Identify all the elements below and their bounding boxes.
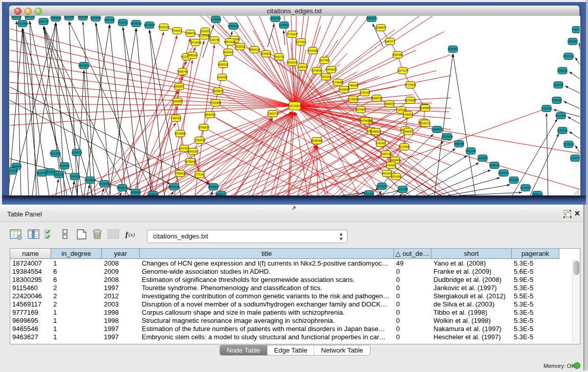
- svg-text:3685160: 3685160: [187, 54, 198, 57]
- svg-text:71756551: 71756551: [347, 98, 359, 101]
- svg-text:1399049: 1399049: [348, 84, 358, 87]
- svg-text:2328120: 2328120: [297, 65, 308, 69]
- svg-text:82175946: 82175946: [399, 145, 410, 148]
- svg-text:9636057: 9636057: [384, 102, 395, 105]
- svg-text:64139537: 64139537: [144, 24, 156, 27]
- svg-text:6193990: 6193990: [477, 157, 488, 160]
- svg-text:94406409: 94406409: [389, 159, 401, 162]
- svg-text:3285884: 3285884: [420, 106, 430, 110]
- svg-text:61595148: 61595148: [147, 193, 159, 195]
- svg-text:0330923: 0330923: [200, 30, 210, 33]
- svg-text:77752047: 77752047: [287, 33, 298, 36]
- svg-text:60385977: 60385977: [375, 26, 387, 29]
- svg-text:65648236: 65648236: [168, 185, 180, 188]
- svg-text:9912419: 9912419: [223, 51, 233, 54]
- svg-text:4745171: 4745171: [420, 122, 430, 125]
- svg-text:96532871: 96532871: [78, 64, 90, 67]
- svg-text:2421024: 2421024: [321, 75, 331, 78]
- svg-text:73178108: 73178108: [563, 143, 575, 146]
- svg-text:51462704: 51462704: [270, 17, 281, 20]
- svg-text:79740344: 79740344: [311, 69, 323, 72]
- svg-text:71746488: 71746488: [332, 81, 344, 84]
- svg-text:7770143: 7770143: [194, 173, 205, 176]
- svg-text:5098393: 5098393: [557, 69, 568, 72]
- svg-text:4060883: 4060883: [130, 191, 141, 194]
- svg-text:1031051: 1031051: [553, 83, 563, 86]
- svg-text:1969379: 1969379: [403, 130, 413, 133]
- svg-text:8708317: 8708317: [172, 29, 182, 32]
- svg-text:9413186: 9413186: [308, 49, 318, 52]
- svg-text:76945314: 76945314: [204, 113, 216, 116]
- svg-text:6690967: 6690967: [174, 85, 184, 88]
- svg-text:34624751: 34624751: [498, 171, 510, 174]
- svg-text:76320163: 76320163: [158, 26, 170, 29]
- svg-text:5430391: 5430391: [448, 48, 458, 51]
- svg-text:0812191: 0812191: [466, 149, 476, 152]
- svg-text:65787133: 65787133: [563, 55, 575, 58]
- svg-text:4192832: 4192832: [118, 21, 128, 24]
- svg-text:1938454: 1938454: [312, 139, 322, 142]
- svg-text:3387262: 3387262: [557, 129, 568, 132]
- svg-text:55886753: 55886753: [371, 97, 383, 100]
- svg-text:9600133: 9600133: [25, 16, 35, 18]
- svg-text:1326773: 1326773: [570, 157, 580, 160]
- svg-text:1671902: 1671902: [296, 40, 306, 43]
- svg-text:13171274: 13171274: [397, 69, 409, 72]
- svg-text:0842710: 0842710: [274, 55, 284, 58]
- svg-text:74367136: 74367136: [380, 152, 392, 156]
- svg-text:62386922: 62386922: [370, 130, 382, 133]
- svg-text:(x): (x): [128, 231, 135, 238]
- svg-text:1491905: 1491905: [217, 76, 227, 79]
- svg-text:53755646: 53755646: [185, 160, 197, 163]
- svg-text:2260256: 2260256: [54, 173, 64, 176]
- svg-text:85574443: 85574443: [224, 40, 236, 43]
- svg-text:6998543: 6998543: [489, 164, 499, 167]
- svg-text:5674680: 5674680: [356, 108, 366, 111]
- svg-text:9743953: 9743953: [386, 164, 396, 167]
- svg-text:3518233: 3518233: [235, 45, 245, 48]
- svg-text:86578091: 86578091: [359, 119, 371, 122]
- svg-text:7543303: 7543303: [70, 175, 80, 178]
- svg-text:55698169: 55698169: [117, 186, 128, 189]
- svg-text:34714345: 34714345: [190, 41, 202, 44]
- svg-text:1745961: 1745961: [403, 113, 413, 116]
- svg-text:8386379: 8386379: [38, 20, 49, 23]
- svg-text:0433218: 0433218: [11, 16, 21, 18]
- svg-text:9521456: 9521456: [391, 175, 401, 178]
- svg-text:01429401: 01429401: [99, 182, 111, 185]
- svg-text:3158692: 3158692: [59, 164, 70, 167]
- svg-text:8148932: 8148932: [279, 24, 289, 27]
- svg-text:02606474: 02606474: [431, 128, 443, 131]
- svg-text:7193745: 7193745: [209, 38, 220, 41]
- svg-text:97848018: 97848018: [228, 25, 239, 28]
- svg-text:18724007: 18724007: [289, 104, 301, 107]
- svg-text:2300273: 2300273: [268, 112, 278, 115]
- svg-text:7816184: 7816184: [78, 16, 88, 18]
- svg-text:02654235: 02654235: [50, 16, 62, 19]
- svg-text:2787429: 2787429: [360, 91, 370, 94]
- svg-text:6475255: 6475255: [104, 18, 115, 21]
- svg-text:8677496: 8677496: [319, 59, 330, 62]
- svg-text:9421047: 9421047: [382, 172, 392, 175]
- svg-text:36995777: 36995777: [215, 193, 227, 195]
- svg-text:67010651: 67010651: [555, 114, 567, 117]
- svg-text:7889579: 7889579: [185, 32, 195, 35]
- svg-text:80112805: 80112805: [50, 152, 61, 155]
- svg-text:67737826: 67737826: [405, 83, 417, 86]
- svg-text:5240824: 5240824: [261, 52, 271, 55]
- svg-text:8721489: 8721489: [364, 192, 374, 195]
- svg-text:62702895: 62702895: [405, 99, 417, 102]
- svg-text:5009788: 5009788: [454, 142, 464, 145]
- svg-text:7991183: 7991183: [509, 179, 519, 182]
- svg-text:1226916: 1226916: [211, 18, 221, 21]
- svg-text:6204505: 6204505: [37, 171, 47, 174]
- svg-text:4966319: 4966319: [218, 63, 228, 66]
- svg-text:80831367: 80831367: [187, 150, 199, 153]
- svg-text:25135427: 25135427: [520, 186, 532, 189]
- svg-text:7917693: 7917693: [398, 188, 408, 191]
- svg-text:3747407: 3747407: [376, 142, 386, 145]
- svg-text:4738299: 4738299: [552, 99, 562, 102]
- svg-text:34874016: 34874016: [9, 169, 18, 172]
- svg-text:6658760: 6658760: [178, 70, 188, 73]
- svg-text:62729806: 62729806: [175, 132, 186, 135]
